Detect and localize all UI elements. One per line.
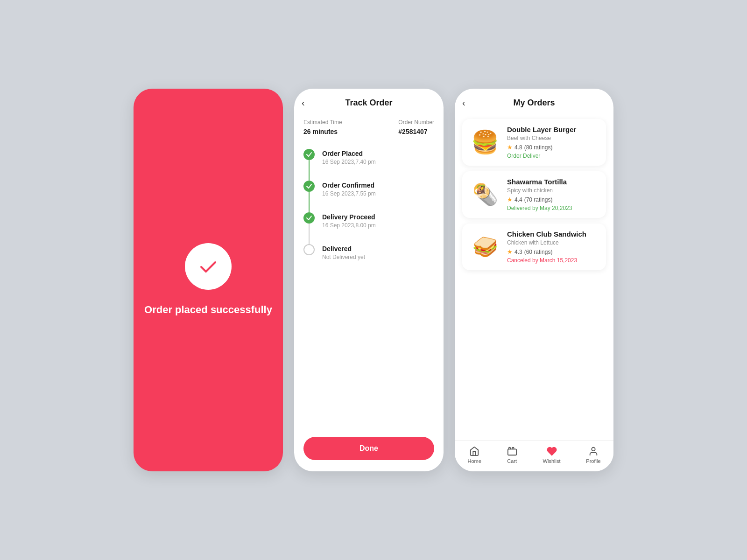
star-icon-shawarma: ★ [507, 196, 513, 203]
step-delivered: Delivered Not Delivered yet [303, 244, 434, 270]
checkmark-icon [197, 255, 220, 278]
rating-value-sandwich: 4.3 [514, 249, 522, 255]
step-content-3: Delivery Proceed 16 Sep 2023,8.00 pm [322, 212, 376, 238]
track-info-section: Estimated Time 26 minutes Order Number #… [294, 113, 444, 145]
estimated-time-value: 26 minutes [303, 128, 338, 135]
rating-value-burger: 4.8 [514, 144, 522, 151]
my-orders-title: My Orders [513, 98, 555, 108]
shawarma-emoji: 🌯 [472, 182, 498, 207]
nav-home-label: Home [467, 458, 481, 464]
track-order-header: ‹ Track Order [294, 89, 444, 113]
step-content-2: Order Confirmed 16 Sep 2023,7.55 pm [322, 181, 376, 206]
track-order-title: Track Order [345, 98, 392, 108]
step-time-3: 16 Sep 2023,8.00 pm [322, 222, 376, 229]
step-title-2: Order Confirmed [322, 182, 376, 189]
step-title-4: Delivered [322, 245, 365, 252]
order-name-burger: Double Layer Burger [507, 126, 599, 133]
rating-count-burger: (80 ratings) [524, 144, 553, 151]
nav-wishlist-label: Wishlist [543, 458, 561, 464]
sandwich-emoji: 🥪 [472, 235, 498, 259]
step-title-1: Order Placed [322, 150, 376, 157]
step-dot-3 [303, 212, 315, 224]
rating-count-shawarma: (70 ratings) [524, 196, 553, 203]
bottom-navigation: Home Cart Wishlist Profile [455, 440, 613, 471]
svg-rect-1 [508, 449, 516, 455]
my-orders-header: ‹ My Orders [455, 89, 613, 113]
step-title-3: Delivery Proceed [322, 213, 376, 221]
order-desc-burger: Beef with Cheese [507, 135, 599, 141]
step-order-placed: Order Placed 16 Sep 2023,7.40 pm [303, 149, 434, 181]
step-delivery-proceed: Delivery Proceed 16 Sep 2023,8.00 pm [303, 212, 434, 244]
back-button[interactable]: ‹ [302, 98, 305, 108]
order-rating-burger: ★ 4.8 (80 ratings) [507, 144, 599, 151]
order-number-label: Order Number [398, 119, 434, 126]
phone-track-order: ‹ Track Order Estimated Time 26 minutes … [294, 89, 444, 471]
step-content-1: Order Placed 16 Sep 2023,7.40 pm [322, 149, 376, 175]
wishlist-icon [547, 446, 557, 456]
order-info-sandwich: Chicken Club Sandwich Chicken with Lettu… [507, 230, 599, 264]
order-card-sandwich[interactable]: 🥪 Chicken Club Sandwich Chicken with Let… [462, 224, 606, 270]
order-info-shawarma: Shawarma Tortilla Spicy with chicken ★ 4… [507, 178, 599, 211]
done-button[interactable]: Done [303, 437, 434, 460]
order-status-shawarma: Delivered by May 20,2023 [507, 205, 599, 211]
success-message: Order placed successfully [144, 303, 272, 317]
order-rating-shawarma: ★ 4.4 (70 ratings) [507, 196, 599, 203]
track-footer: Done [294, 429, 444, 471]
nav-cart[interactable]: Cart [507, 446, 517, 464]
nav-profile[interactable]: Profile [586, 446, 600, 464]
phone-my-orders: ‹ My Orders 🍔 Double Layer Burger Beef w… [455, 89, 613, 471]
svg-point-2 [592, 448, 595, 451]
order-card-shawarma[interactable]: 🌯 Shawarma Tortilla Spicy with chicken ★… [462, 171, 606, 218]
order-status-sandwich: Canceled by March 15,2023 [507, 257, 599, 264]
order-number-value: #2581407 [398, 128, 427, 135]
profile-icon [588, 446, 599, 456]
step-dot-2 [303, 181, 315, 192]
burger-emoji: 🍔 [471, 129, 499, 155]
order-status-burger: Order Deliver [507, 153, 599, 159]
order-desc-sandwich: Chicken with Lettuce [507, 239, 599, 246]
estimated-time-label: Estimated Time [303, 119, 342, 126]
cart-icon [507, 446, 517, 456]
track-steps-list: Order Placed 16 Sep 2023,7.40 pm Order C… [294, 145, 444, 429]
step-time-4: Not Delivered yet [322, 254, 365, 260]
nav-home[interactable]: Home [467, 446, 481, 464]
step-order-confirmed: Order Confirmed 16 Sep 2023,7.55 pm [303, 181, 434, 212]
step-content-4: Delivered Not Delivered yet [322, 244, 365, 270]
nav-cart-label: Cart [507, 458, 517, 464]
step-line-3 [309, 224, 310, 244]
order-name-shawarma: Shawarma Tortilla [507, 178, 599, 186]
order-info-burger: Double Layer Burger Beef with Cheese ★ 4… [507, 126, 599, 159]
svg-point-0 [197, 255, 219, 278]
order-image-sandwich: 🥪 [469, 231, 501, 263]
order-number-section: Order Number #2581407 [398, 119, 434, 136]
step-time-2: 16 Sep 2023,7.55 pm [322, 190, 376, 197]
orders-list: 🍔 Double Layer Burger Beef with Cheese ★… [455, 113, 613, 440]
step-line-1 [309, 160, 310, 181]
order-image-burger: 🍔 [469, 126, 501, 159]
step-dot-1 [303, 149, 315, 160]
order-name-sandwich: Chicken Club Sandwich [507, 230, 599, 238]
phone-success: Order placed successfully [134, 89, 283, 471]
order-image-shawarma: 🌯 [469, 178, 501, 211]
rating-value-shawarma: 4.4 [514, 196, 522, 203]
step-dot-4 [303, 244, 315, 255]
rating-count-sandwich: (60 ratings) [524, 249, 553, 255]
home-icon [469, 446, 479, 456]
order-rating-sandwich: ★ 4.3 (60 ratings) [507, 248, 599, 255]
star-icon-burger: ★ [507, 144, 513, 151]
estimated-time-section: Estimated Time 26 minutes [303, 119, 342, 136]
nav-wishlist[interactable]: Wishlist [543, 446, 561, 464]
step-time-1: 16 Sep 2023,7.40 pm [322, 159, 376, 165]
success-circle [185, 243, 232, 290]
order-card-burger[interactable]: 🍔 Double Layer Burger Beef with Cheese ★… [462, 119, 606, 166]
order-desc-shawarma: Spicy with chicken [507, 187, 599, 194]
my-orders-back-button[interactable]: ‹ [462, 98, 465, 108]
nav-profile-label: Profile [586, 458, 600, 464]
star-icon-sandwich: ★ [507, 248, 513, 255]
step-line-2 [309, 192, 310, 212]
